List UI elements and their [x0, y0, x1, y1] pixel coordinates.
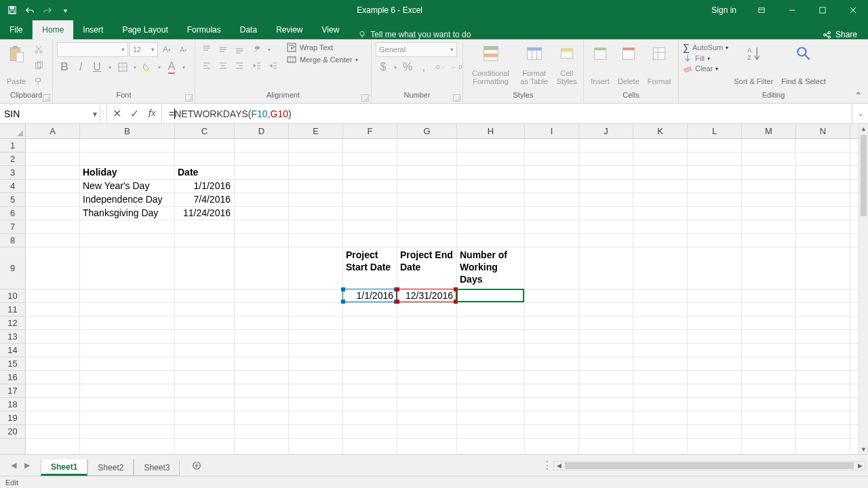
expand-formula-bar-icon[interactable]: ⌄ — [852, 104, 868, 123]
number-format-combo[interactable]: General▾ — [376, 42, 457, 57]
clipboard-launcher[interactable] — [43, 94, 50, 102]
ribbon-display-icon[interactable] — [746, 0, 776, 20]
format-painter-icon[interactable] — [31, 75, 46, 89]
orient-dd[interactable]: ▾ — [266, 42, 273, 57]
cell-G9[interactable]: Project End Date — [397, 247, 456, 288]
underline-icon[interactable]: U — [90, 60, 104, 75]
col-header-J[interactable]: J — [579, 124, 633, 138]
col-header-C[interactable]: C — [175, 124, 235, 138]
cut-icon[interactable] — [31, 42, 46, 57]
scroll-left-icon[interactable]: ◀ — [554, 462, 564, 470]
horizontal-scrollbar[interactable]: ◀ ▶ — [553, 461, 865, 470]
h-scroll-thumb[interactable] — [565, 462, 854, 469]
name-box[interactable]: SIN ▼ — [0, 104, 100, 123]
collapse-ribbon-icon[interactable]: ⌃ — [854, 90, 863, 101]
cell-C4[interactable]: 1/1/2016 — [175, 180, 233, 192]
share-button[interactable]: Share — [812, 30, 868, 39]
namebox-dd-icon[interactable]: ▼ — [92, 110, 98, 117]
row-header-1[interactable]: 1 — [0, 139, 25, 152]
number-launcher[interactable] — [453, 94, 460, 102]
fx-icon[interactable]: fx — [146, 108, 157, 120]
fill-button[interactable]: Fill▾ — [683, 54, 728, 63]
sheet-tab-sheet1[interactable]: Sheet1 — [41, 460, 87, 476]
col-header-N[interactable]: N — [796, 124, 850, 138]
sheet-tab-sheet2[interactable]: Sheet2 — [87, 460, 134, 476]
increase-indent-icon[interactable] — [266, 58, 281, 73]
borders-dd[interactable]: ▾ — [132, 60, 138, 75]
row-header-4[interactable]: 4 — [0, 180, 25, 193]
col-header-A[interactable]: A — [26, 124, 80, 138]
col-header-L[interactable]: L — [688, 124, 742, 138]
increase-decimal-icon[interactable]: .0→ — [433, 60, 448, 75]
cell-H9[interactable]: Number of Working Days — [457, 247, 524, 288]
font-size-combo[interactable]: 12▾ — [130, 42, 158, 57]
font-color-icon[interactable]: A — [164, 60, 179, 75]
clear-button[interactable]: Clear▾ — [683, 64, 728, 73]
paste-button[interactable]: Paste — [4, 42, 28, 87]
row-header-12[interactable]: 12 — [0, 317, 25, 330]
row-header-11[interactable]: 11 — [0, 303, 25, 317]
bold-icon[interactable]: B — [57, 60, 72, 75]
col-header-D[interactable]: D — [235, 124, 289, 138]
insert-cells-button[interactable]: Insert — [588, 42, 612, 87]
cell-C6[interactable]: 11/24/2016 — [175, 207, 233, 219]
minimize-button[interactable] — [776, 0, 807, 20]
decrease-indent-icon[interactable] — [250, 58, 264, 73]
percent-icon[interactable]: % — [400, 60, 415, 75]
orientation-icon[interactable]: ab — [250, 42, 264, 57]
decrease-font-icon[interactable]: A▾ — [176, 42, 191, 57]
underline-dd[interactable]: ▾ — [106, 60, 114, 75]
tab-review[interactable]: Review — [267, 20, 312, 39]
fontcolor-dd[interactable]: ▾ — [180, 60, 187, 75]
autosum-button[interactable]: ∑AutoSum▾ — [683, 42, 728, 53]
fill-color-icon[interactable] — [140, 60, 155, 75]
col-header-M[interactable]: M — [742, 124, 796, 138]
row-header-7[interactable]: 7 — [0, 220, 25, 234]
format-cells-button[interactable]: Format — [645, 42, 674, 87]
find-select-button[interactable]: Find & Select — [778, 42, 828, 87]
row-header-15[interactable]: 15 — [0, 357, 25, 371]
tab-home[interactable]: Home — [33, 20, 73, 39]
fill-dd[interactable]: ▾ — [156, 60, 163, 75]
cell-F9[interactable]: Project Start Date — [343, 247, 396, 288]
sort-filter-button[interactable]: AZ Sort & Filter — [731, 42, 776, 87]
signin-link[interactable]: Sign in — [702, 5, 746, 15]
scroll-down-icon[interactable]: ▼ — [859, 445, 868, 454]
enter-formula-icon[interactable]: ✓ — [129, 107, 140, 120]
row-header-19[interactable]: 19 — [0, 411, 25, 425]
row-header-14[interactable]: 14 — [0, 344, 25, 357]
col-header-I[interactable]: I — [525, 124, 579, 138]
currency-dd[interactable]: ▾ — [392, 60, 399, 75]
row-header-20[interactable]: 20 — [0, 425, 25, 439]
undo-icon[interactable] — [22, 2, 38, 18]
decrease-decimal-icon[interactable]: ←.0 — [449, 60, 464, 75]
row-header-3[interactable]: 3 — [0, 166, 25, 180]
align-right-icon[interactable] — [232, 58, 247, 73]
tab-page-layout[interactable]: Page Layout — [113, 20, 177, 39]
align-top-icon[interactable] — [199, 42, 214, 57]
qat-customize-icon[interactable]: ▾ — [57, 2, 73, 18]
col-header-F[interactable]: F — [343, 124, 397, 138]
cells-grid[interactable]: HolidayDateNew Year's Day1/1/2016Indepen… — [26, 139, 859, 454]
cell-B5[interactable]: Independence Day — [80, 193, 174, 205]
row-header-9[interactable]: 9 — [0, 247, 25, 289]
cell-styles-button[interactable]: Cell Styles — [554, 42, 579, 87]
font-name-combo[interactable]: ▾ — [57, 42, 128, 57]
active-cell[interactable] — [456, 289, 524, 302]
cell-B4[interactable]: New Year's Day — [80, 180, 174, 192]
tab-formulas[interactable]: Formulas — [178, 20, 231, 39]
select-all-corner[interactable] — [0, 124, 26, 139]
currency-icon[interactable]: $ — [376, 60, 391, 75]
col-header-K[interactable]: K — [633, 124, 688, 138]
align-bottom-icon[interactable] — [232, 42, 247, 57]
row-header-8[interactable]: 8 — [0, 234, 25, 247]
borders-icon[interactable] — [115, 60, 130, 75]
row-header-18[interactable]: 18 — [0, 398, 25, 411]
format-as-table-button[interactable]: Format as Table — [517, 42, 551, 87]
col-header-B[interactable]: B — [80, 124, 175, 138]
col-header-G[interactable]: G — [397, 124, 457, 138]
row-header-13[interactable]: 13 — [0, 330, 25, 344]
comma-icon[interactable]: , — [416, 60, 431, 75]
tab-data[interactable]: Data — [231, 20, 267, 39]
redo-icon[interactable] — [39, 2, 56, 18]
